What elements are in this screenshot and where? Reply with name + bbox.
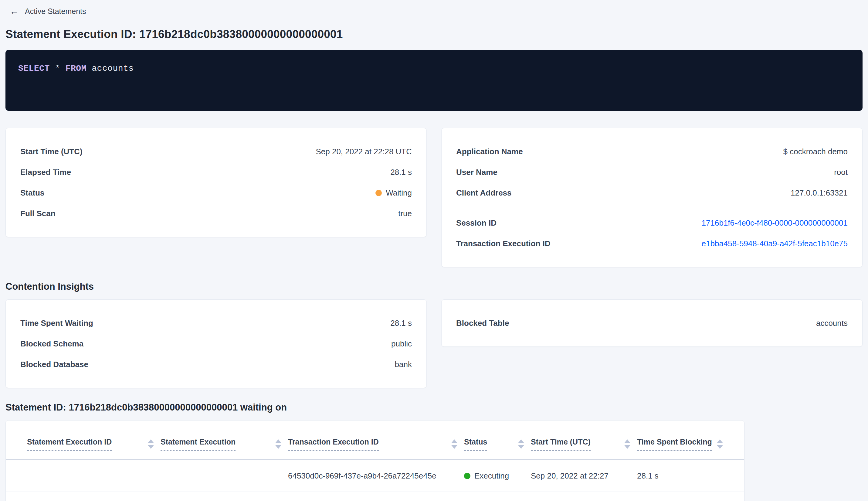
- back-link-label: Active Statements: [25, 7, 86, 16]
- blocked-database-value: bank: [395, 360, 412, 369]
- sql-table-name: accounts: [92, 64, 133, 73]
- back-link[interactable]: ← Active Statements: [10, 7, 86, 16]
- column-header-label: Transaction Execution ID: [288, 438, 379, 451]
- full-scan-row: Full Scan true: [20, 203, 412, 224]
- column-header-transaction-execution-id[interactable]: Transaction Execution ID: [288, 438, 464, 459]
- sql-statement-box: SELECT * FROM accounts: [6, 50, 862, 111]
- contention-details-card: Time Spent Waiting 28.1 s Blocked Schema…: [6, 299, 427, 388]
- table-header-row: Statement Execution ID Statement Executi…: [6, 420, 744, 460]
- session-id-row: Session ID 1716b1f6-4e0c-f480-0000-00000…: [456, 213, 848, 233]
- transaction-execution-id-row: Transaction Execution ID e1bba458-5948-4…: [456, 233, 848, 254]
- overview-card: Start Time (UTC) Sep 20, 2022 at 22:28 U…: [6, 128, 427, 237]
- application-name-row: Application Name $ cockroach demo: [456, 141, 848, 162]
- sql-keyword: SELECT: [18, 64, 50, 73]
- column-header-label: Status: [464, 438, 487, 451]
- session-id-link[interactable]: 1716b1f6-4e0c-f480-0000-000000000001: [702, 218, 848, 228]
- sort-icon: [451, 439, 457, 449]
- start-time-label: Start Time (UTC): [20, 147, 83, 156]
- sort-icon: [518, 439, 524, 449]
- start-time-row: Start Time (UTC) Sep 20, 2022 at 22:28 U…: [20, 141, 412, 162]
- status-label: Status: [20, 188, 44, 198]
- column-header-label: Time Spent Blocking: [637, 438, 712, 451]
- client-address-value: 127.0.0.1:63321: [791, 188, 848, 198]
- full-scan-label: Full Scan: [20, 209, 56, 218]
- waiting-on-heading: Statement ID: 1716b218dc0b38380000000000…: [6, 402, 862, 413]
- blocked-table-card: Blocked Table accounts: [441, 299, 862, 347]
- status-row: Status Waiting: [20, 182, 412, 203]
- client-address-label: Client Address: [456, 188, 512, 198]
- full-scan-value: true: [398, 209, 412, 218]
- status-value: Waiting: [386, 188, 412, 198]
- statement-execution-page: ← Active Statements Statement Execution …: [0, 0, 868, 501]
- time-spent-waiting-row: Time Spent Waiting 28.1 s: [20, 313, 412, 333]
- blocked-database-label: Blocked Database: [20, 360, 88, 369]
- contention-cards-row: Time Spent Waiting 28.1 s Blocked Schema…: [6, 299, 862, 388]
- sql-keyword: FROM: [66, 64, 87, 73]
- elapsed-time-value: 28.1 s: [390, 168, 412, 177]
- waiting-status-dot-icon: [376, 190, 382, 196]
- elapsed-time-row: Elapsed Time 28.1 s: [20, 162, 412, 182]
- sort-icon: [275, 439, 281, 449]
- cell-transaction-execution-id: 64530d0c-969f-437e-a9b4-26a72245e45e: [288, 471, 464, 481]
- blocked-database-row: Blocked Database bank: [20, 354, 412, 375]
- column-header-statement-execution[interactable]: Statement Execution: [161, 438, 288, 459]
- time-spent-waiting-value: 28.1 s: [390, 319, 412, 328]
- column-header-statement-execution-id[interactable]: Statement Execution ID: [27, 438, 161, 459]
- sort-icon: [717, 439, 723, 449]
- user-name-value: root: [834, 168, 848, 177]
- arrow-left-icon: ←: [10, 7, 19, 16]
- table-row: 64530d0c-969f-437e-a9b4-26a72245e45e Exe…: [6, 460, 744, 492]
- column-header-label: Start Time (UTC): [531, 438, 590, 451]
- transaction-execution-id-label: Transaction Execution ID: [456, 239, 551, 248]
- blocked-table-row: Blocked Table accounts: [456, 313, 848, 333]
- cell-status-value: Executing: [474, 471, 509, 481]
- blocked-schema-row: Blocked Schema public: [20, 333, 412, 354]
- overview-cards-row: Start Time (UTC) Sep 20, 2022 at 22:28 U…: [6, 128, 862, 267]
- column-header-label: Statement Execution ID: [27, 438, 112, 451]
- cell-status: Executing: [464, 471, 531, 481]
- column-header-start-time[interactable]: Start Time (UTC): [531, 438, 637, 459]
- application-name-value: $ cockroach demo: [783, 147, 848, 156]
- user-name-label: User Name: [456, 168, 497, 177]
- column-header-status[interactable]: Status: [464, 438, 531, 459]
- elapsed-time-label: Elapsed Time: [20, 168, 71, 177]
- executing-status-dot-icon: [464, 473, 470, 479]
- page-title: Statement Execution ID: 1716b218dc0b3838…: [6, 28, 862, 41]
- sql-operator: *: [55, 64, 60, 73]
- session-id-label: Session ID: [456, 218, 497, 228]
- cell-time-spent-blocking: 28.1 s: [637, 471, 723, 481]
- client-address-row: Client Address 127.0.0.1:63321: [456, 182, 848, 203]
- blocked-table-label: Blocked Table: [456, 319, 509, 328]
- start-time-value: Sep 20, 2022 at 22:28 UTC: [316, 147, 412, 156]
- blocked-schema-value: public: [391, 339, 412, 349]
- cell-start-time: Sep 20, 2022 at 22:27: [531, 471, 637, 481]
- blocked-schema-label: Blocked Schema: [20, 339, 84, 349]
- contention-insights-heading: Contention Insights: [6, 281, 862, 292]
- user-name-row: User Name root: [456, 162, 848, 182]
- column-header-label: Statement Execution: [161, 438, 236, 451]
- column-header-time-spent-blocking[interactable]: Time Spent Blocking: [637, 438, 723, 459]
- session-card: Application Name $ cockroach demo User N…: [441, 128, 862, 267]
- status-badge: Waiting: [376, 188, 412, 198]
- application-name-label: Application Name: [456, 147, 523, 156]
- sort-icon: [148, 439, 154, 449]
- transaction-execution-id-link[interactable]: e1bba458-5948-40a9-a42f-5feac1b10e75: [702, 239, 848, 248]
- sort-icon: [624, 439, 630, 449]
- waiting-statements-table: Statement Execution ID Statement Executi…: [6, 420, 745, 501]
- blocked-table-value: accounts: [816, 319, 848, 328]
- time-spent-waiting-label: Time Spent Waiting: [20, 319, 93, 328]
